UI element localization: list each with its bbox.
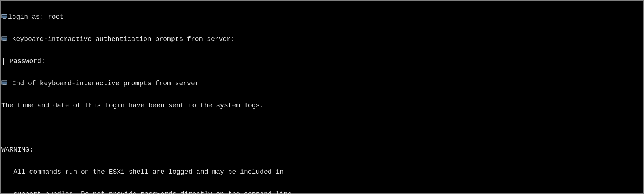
- svg-rect-1: [2, 15, 7, 16]
- svg-rect-5: [3, 40, 6, 41]
- line-warning-1: All commands run on the ESXi shell are l…: [1, 168, 643, 176]
- line-time-date: The time and date of this login have bee…: [1, 102, 643, 109]
- svg-rect-4: [2, 37, 7, 38]
- svg-rect-7: [2, 81, 7, 82]
- line-warning-2: support bundles. Do not provide password…: [1, 190, 643, 194]
- terminal-window[interactable]: login as: root Keyboard-interactive auth…: [0, 0, 644, 194]
- end-prompts-text: End of keyboard-interactive prompts from…: [12, 80, 199, 87]
- terminal-icon: [1, 36, 7, 42]
- line-end-prompts: End of keyboard-interactive prompts from…: [1, 80, 643, 87]
- password-prompt-text: | Password:: [1, 58, 45, 65]
- line-warning-label: WARNING:: [1, 146, 643, 153]
- svg-rect-2: [3, 18, 6, 19]
- login-as-text: login as: root: [8, 13, 64, 21]
- svg-rect-8: [3, 84, 6, 85]
- line-blank-1: [1, 124, 643, 131]
- auth-prompts-text: Keyboard-interactive authentication prom…: [12, 35, 235, 43]
- terminal-icon: [1, 80, 7, 86]
- terminal-output[interactable]: login as: root Keyboard-interactive auth…: [1, 0, 643, 193]
- line-login-as: login as: root: [1, 13, 643, 21]
- terminal-icon: [1, 14, 7, 20]
- line-auth-prompts: Keyboard-interactive authentication prom…: [1, 35, 643, 43]
- line-password: | Password:: [1, 58, 643, 65]
